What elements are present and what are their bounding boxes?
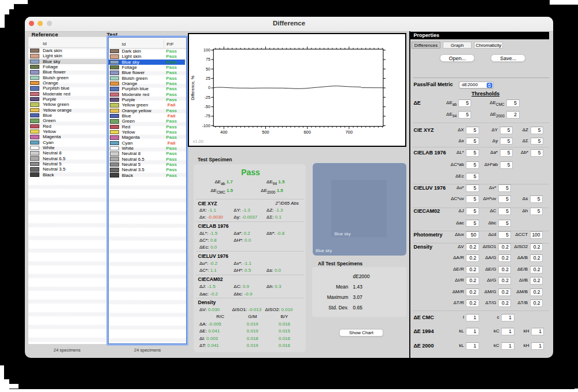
svg-text:75: 75 — [206, 57, 210, 61]
svg-text:x1.00: x1.00 — [193, 139, 203, 144]
svg-text:-75: -75 — [205, 114, 210, 118]
svg-text:600: 600 — [304, 130, 312, 135]
svg-text:100: 100 — [203, 48, 210, 52]
svg-text:-25: -25 — [205, 95, 210, 99]
svg-text:0: 0 — [208, 86, 210, 90]
svg-text:400: 400 — [220, 130, 228, 135]
svg-text:700: 700 — [346, 130, 353, 135]
svg-text:25: 25 — [206, 76, 210, 80]
svg-text:-50: -50 — [205, 105, 210, 109]
svg-text:50: 50 — [206, 67, 210, 71]
svg-text:500: 500 — [262, 130, 269, 135]
svg-text:Difference, %: Difference, % — [191, 76, 195, 100]
svg-text:-100: -100 — [202, 124, 210, 128]
